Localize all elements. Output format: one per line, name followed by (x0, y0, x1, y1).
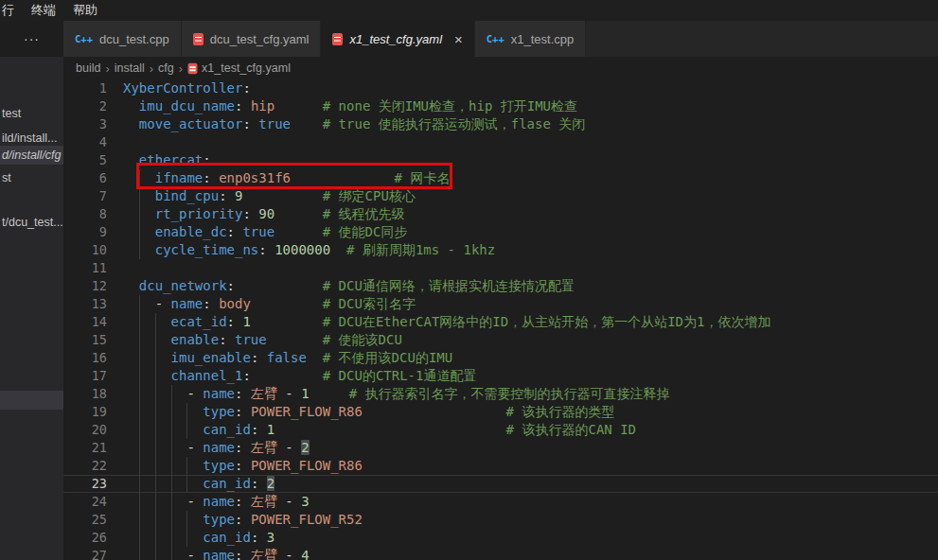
line-text[interactable]: ethercat: (123, 151, 938, 169)
breadcrumb-file[interactable]: x1_test_cfg.yaml (202, 61, 291, 75)
indent-guide (171, 529, 172, 547)
code-line: 9 enable_dc: true # 使能DC同步 (63, 223, 938, 241)
tab-dcu_test_cfg.yaml[interactable]: dcu_test_cfg.yaml (182, 21, 322, 57)
line-text[interactable]: ecat_id: 1 # DCU在EtherCAT网络中的ID，从主站开始，第一… (123, 313, 938, 331)
line-text[interactable]: type: POWER_FLOW_R86 (123, 457, 938, 475)
sidebar-item[interactable]: t/dcu_test... (0, 213, 63, 232)
menu-item-帮助[interactable]: 帮助 (64, 0, 106, 21)
breadcrumb-segment[interactable]: install (115, 61, 145, 75)
chevron-right-icon: › (178, 61, 184, 76)
line-text[interactable]: type: POWER_FLOW_R52 (123, 511, 938, 529)
indent-guide (139, 331, 140, 349)
line-text[interactable]: type: POWER_FLOW_R86 # 该执行器的类型 (123, 403, 938, 421)
code-line: 13 - name: body # DCU索引名字 (63, 295, 938, 313)
line-text[interactable]: enable_dc: true # 使能DC同步 (123, 223, 938, 241)
line-number: 12 (63, 277, 107, 295)
sidebar-item[interactable]: test (0, 104, 63, 123)
code-line: 3 move_actuator: true # true 使能执行器运动测试，f… (63, 115, 938, 133)
indent-guide (139, 349, 140, 367)
indent-guide (171, 547, 172, 560)
indent-guide (139, 187, 140, 205)
sidebar-item[interactable]: d/install/cfg (0, 146, 63, 165)
line-number: 9 (63, 223, 107, 241)
tab-label: x1_test_cfg.yaml (349, 32, 442, 46)
code-line: 22 type: POWER_FLOW_R86 (63, 457, 938, 475)
line-text[interactable]: - name: body # DCU索引名字 (123, 295, 938, 313)
tab-dcu_test.cpp[interactable]: C++dcu_test.cpp (63, 21, 182, 57)
indent-guide (186, 457, 187, 475)
indent-guide (139, 475, 140, 493)
code-line: 19 type: POWER_FLOW_R86 # 该执行器的类型 (63, 403, 938, 421)
indent-guide (155, 385, 156, 403)
line-number: 19 (63, 403, 107, 421)
sidebar-item[interactable] (0, 391, 63, 410)
indent-guide (155, 511, 156, 529)
code-line: 11 (63, 259, 938, 277)
indent-guide (139, 169, 140, 187)
breadcrumb: build›install›cfg›x1_test_cfg.yaml (63, 57, 938, 79)
tab-x1_test.cpp[interactable]: C++x1_test.cpp (475, 21, 586, 57)
cpp-file-icon: C++ (75, 33, 93, 44)
line-text[interactable]: move_actuator: true # true 使能执行器运动测试，fla… (123, 115, 938, 133)
indent-guide (155, 475, 156, 493)
line-text[interactable]: can_id: 3 (123, 529, 938, 547)
sidebar-item[interactable]: ild/install... (0, 129, 63, 148)
close-icon[interactable]: × (454, 32, 463, 46)
line-number: 27 (63, 547, 107, 560)
line-number: 14 (63, 313, 107, 331)
line-text[interactable]: - name: 左臂 - 1 # 执行器索引名字，不需要控制的执行器可直接注释掉 (123, 385, 938, 403)
line-number: 22 (63, 457, 107, 475)
line-text[interactable]: channel_1: # DCU的CTRL-1通道配置 (123, 367, 938, 385)
line-text[interactable]: cycle_time_ns: 1000000 # 刷新周期1ms - 1khz (123, 241, 938, 259)
indent-guide (186, 403, 187, 421)
line-text[interactable]: bind_cpu: 9 # 绑定CPU核心 (123, 187, 938, 205)
line-text[interactable]: imu_enable: false # 不使用该DCU的IMU (123, 349, 938, 367)
code-line: 14 ecat_id: 1 # DCU在EtherCAT网络中的ID，从主站开始… (63, 313, 938, 331)
code-line: 21 - name: 左臂 - 2 (63, 439, 938, 457)
indent-guide (155, 529, 156, 547)
code-line: 20 can_id: 1 # 该执行器的CAN ID (63, 421, 938, 439)
indent-guide (139, 313, 140, 331)
indent-guide (139, 223, 140, 241)
indent-guide (139, 295, 140, 313)
chevron-right-icon: › (149, 61, 154, 76)
line-number: 11 (63, 259, 107, 277)
editor-pane: build›install›cfg›x1_test_cfg.yaml 1Xybe… (63, 57, 938, 560)
line-text[interactable]: ifname: enp0s31f6 # 网卡名 (123, 169, 938, 187)
indent-guide (155, 547, 156, 560)
line-text[interactable]: XyberController: (123, 79, 938, 97)
line-text[interactable]: enable: true # 使能该DCU (123, 331, 938, 349)
line-text[interactable]: rt_priority: 90 # 线程优先级 (123, 205, 938, 223)
code-line: 18 - name: 左臂 - 1 # 执行器索引名字，不需要控制的执行器可直接… (63, 385, 938, 403)
line-text[interactable]: can_id: 1 # 该执行器的CAN ID (123, 421, 938, 439)
sidebar-item[interactable]: st (0, 168, 63, 187)
tab-overflow-button[interactable]: ··· (0, 21, 63, 57)
line-text[interactable]: imu_dcu_name: hip # none 关闭IMU检查，hip 打开I… (123, 97, 938, 115)
line-text[interactable]: - name: 左臂 - 3 (123, 493, 938, 511)
line-text[interactable]: - name: 左臂 - 4 (123, 547, 938, 560)
indent-guide (139, 367, 140, 385)
tab-x1_test_cfg.yaml[interactable]: x1_test_cfg.yaml× (321, 21, 474, 57)
breadcrumb-segment[interactable]: build (76, 61, 100, 75)
menu-item-行[interactable]: 行 (0, 0, 23, 21)
breadcrumb-segment[interactable]: cfg (158, 61, 174, 75)
menu-item-终端[interactable]: 终端 (23, 0, 64, 21)
line-number: 17 (63, 367, 107, 385)
line-number: 23 (63, 475, 107, 493)
line-number: 15 (63, 331, 107, 349)
indent-guide (155, 457, 156, 475)
sidebar-item-list: testild/install...d/install/cfgstt/dcu_t… (0, 57, 63, 560)
indent-guide (139, 511, 140, 529)
line-text[interactable]: dcu_network: # DCU通信网络，请根据实机连接情况配置 (123, 277, 938, 295)
code-area[interactable]: 1XyberController:2 imu_dcu_name: hip # n… (63, 79, 938, 560)
line-number: 21 (63, 439, 107, 457)
indent-guide (186, 529, 187, 547)
line-number: 4 (63, 133, 107, 151)
code-line: 16 imu_enable: false # 不使用该DCU的IMU (63, 349, 938, 367)
code-line: 12 dcu_network: # DCU通信网络，请根据实机连接情况配置 (63, 277, 938, 295)
line-number: 20 (63, 421, 107, 439)
line-text[interactable]: can_id: 2 (123, 475, 938, 493)
line-text[interactable]: - name: 左臂 - 2 (123, 439, 938, 457)
indent-guide (139, 547, 140, 560)
indent-guide (155, 403, 156, 421)
